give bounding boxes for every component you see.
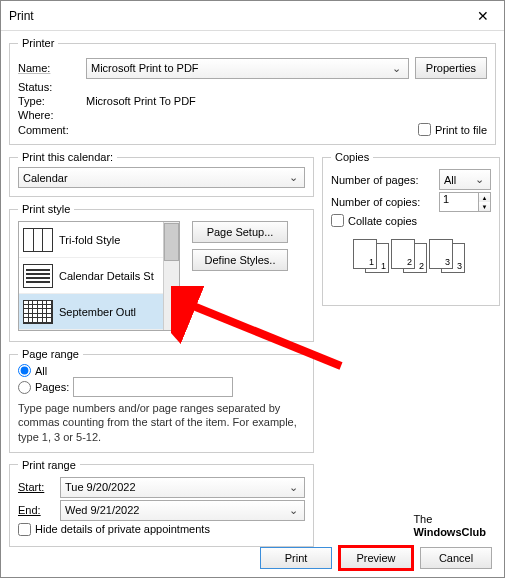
copies-group: Copies Number of pages: All ⌄ Number of … <box>322 151 500 306</box>
page-range-group: Page range All Pages: Type page numbers … <box>9 348 314 453</box>
num-copies-spinner[interactable]: 1 ▲▼ <box>439 192 491 212</box>
chevron-down-icon: ⌄ <box>286 171 300 184</box>
print-range-legend: Print range <box>18 459 80 471</box>
collate-input[interactable] <box>331 214 344 227</box>
calendar-select[interactable]: Calendar ⌄ <box>18 167 305 188</box>
page-range-pages-input[interactable] <box>73 377 233 397</box>
month-grid-icon <box>23 300 53 324</box>
end-label: End: <box>18 504 54 516</box>
chevron-down-icon: ⌄ <box>286 504 300 517</box>
page-range-pages-radio[interactable] <box>18 381 31 394</box>
page-range-legend: Page range <box>18 348 83 360</box>
type-value: Microsoft Print To PDF <box>86 95 196 107</box>
style-label: Calendar Details St <box>59 270 154 282</box>
hide-details-input[interactable] <box>18 523 31 536</box>
spinner-icon[interactable]: ▲▼ <box>479 192 491 212</box>
where-label: Where: <box>18 109 80 121</box>
dialog-footer: Print Preview Cancel <box>260 547 492 569</box>
num-copies-label: Number of copies: <box>331 196 433 208</box>
start-label: Start: <box>18 481 54 493</box>
calendar-value: Calendar <box>23 172 68 184</box>
collate-label: Collate copies <box>348 215 417 227</box>
printer-name-select[interactable]: Microsoft Print to PDF ⌄ <box>86 58 409 79</box>
print-button[interactable]: Print <box>260 547 332 569</box>
style-item-trifold[interactable]: Tri-fold Style <box>19 222 179 258</box>
calendar-legend: Print this calendar: <box>18 151 117 163</box>
start-date-value: Tue 9/20/2022 <box>65 481 136 493</box>
trifold-icon <box>23 228 53 252</box>
page-setup-button[interactable]: Page Setup... <box>192 221 288 243</box>
collate-checkbox[interactable]: Collate copies <box>331 214 417 227</box>
num-pages-label: Number of pages: <box>331 174 433 186</box>
page-range-pages-option[interactable]: Pages: <box>18 377 305 397</box>
titlebar: Print ✕ <box>1 1 504 31</box>
collate-preview: 11 22 33 <box>331 239 491 273</box>
print-to-file-input[interactable] <box>418 123 431 136</box>
print-style-group: Print style Tri-fold Style Calendar Deta… <box>9 203 314 342</box>
window-title: Print <box>9 9 34 23</box>
chevron-down-icon: ⌄ <box>286 481 300 494</box>
printer-group: Printer Name: Microsoft Print to PDF ⌄ P… <box>9 37 496 145</box>
copies-legend: Copies <box>331 151 373 163</box>
style-item-september[interactable]: September Outl <box>19 294 179 330</box>
status-label: Status: <box>18 81 80 93</box>
logo-line2: WindowsClub <box>413 526 486 538</box>
preview-button[interactable]: Preview <box>340 547 412 569</box>
properties-button[interactable]: Properties <box>415 57 487 79</box>
cancel-button[interactable]: Cancel <box>420 547 492 569</box>
style-label: September Outl <box>59 306 136 318</box>
num-pages-value: All <box>444 174 456 186</box>
end-date-value: Wed 9/21/2022 <box>65 504 139 516</box>
print-dialog: Print ✕ Printer Name: Microsoft Print to… <box>0 0 505 578</box>
start-date-select[interactable]: Tue 9/20/2022 ⌄ <box>60 477 305 498</box>
printer-name-value: Microsoft Print to PDF <box>91 62 199 74</box>
watermark-logo: The WindowsClub <box>413 512 486 539</box>
style-label: Tri-fold Style <box>59 234 120 246</box>
comment-label: Comment: <box>18 124 69 136</box>
printer-legend: Printer <box>18 37 58 49</box>
name-label: Name: <box>18 62 80 74</box>
print-style-legend: Print style <box>18 203 74 215</box>
close-icon[interactable]: ✕ <box>462 1 504 31</box>
print-range-group: Print range Start: Tue 9/20/2022 ⌄ End: … <box>9 459 314 547</box>
chevron-down-icon: ⌄ <box>472 173 486 186</box>
details-icon <box>23 264 53 288</box>
print-to-file-checkbox[interactable]: Print to file <box>418 123 487 136</box>
logo-line1: The <box>413 513 432 525</box>
page-range-pages-label: Pages: <box>35 381 69 393</box>
page-range-all-radio[interactable] <box>18 364 31 377</box>
define-styles-button[interactable]: Define Styles.. <box>192 249 288 271</box>
page-range-hint: Type page numbers and/or page ranges sep… <box>18 401 305 444</box>
page-range-all-option[interactable]: All <box>18 364 305 377</box>
num-pages-select[interactable]: All ⌄ <box>439 169 491 190</box>
calendar-group: Print this calendar: Calendar ⌄ <box>9 151 314 197</box>
print-to-file-label: Print to file <box>435 124 487 136</box>
style-list[interactable]: Tri-fold Style Calendar Details St Septe… <box>18 221 180 331</box>
scrollbar[interactable] <box>163 222 179 330</box>
end-date-select[interactable]: Wed 9/21/2022 ⌄ <box>60 500 305 521</box>
page-range-all-label: All <box>35 365 47 377</box>
hide-details-checkbox[interactable]: Hide details of private appointments <box>18 523 210 536</box>
num-copies-value[interactable]: 1 <box>439 192 479 212</box>
chevron-down-icon: ⌄ <box>390 62 404 75</box>
style-item-details[interactable]: Calendar Details St <box>19 258 179 294</box>
type-label: Type: <box>18 95 80 107</box>
hide-details-label: Hide details of private appointments <box>35 523 210 535</box>
